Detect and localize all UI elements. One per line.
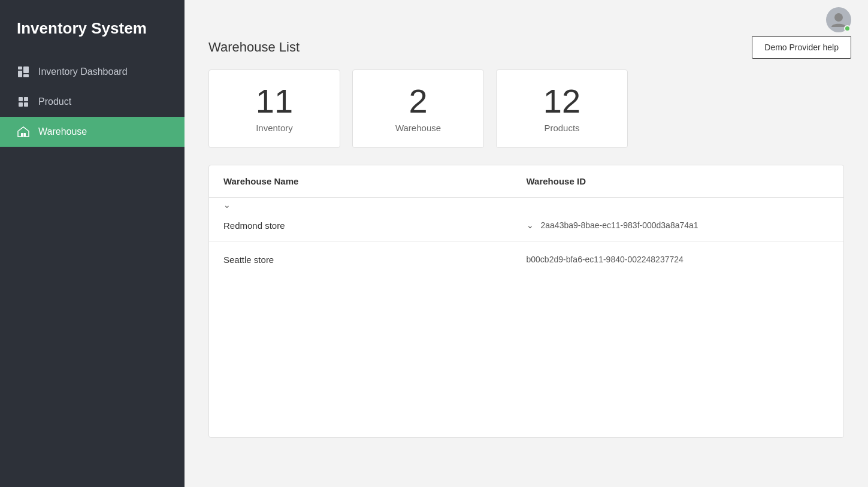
products-count: 12 — [543, 84, 580, 118]
product-icon — [17, 95, 30, 108]
demo-provider-help-button[interactable]: Demo Provider help — [752, 36, 851, 59]
sidebar-item-inventory-dashboard[interactable]: Inventory Dashboard — [0, 57, 185, 87]
sort-arrow-id-icon: ⌄ — [527, 220, 534, 230]
svg-rect-1 — [18, 71, 22, 77]
svg-rect-5 — [24, 97, 28, 101]
products-label: Products — [544, 123, 579, 133]
svg-point-10 — [834, 13, 843, 22]
page-title: Warehouse List — [208, 40, 844, 55]
sidebar-item-product[interactable]: Product — [0, 87, 185, 117]
sidebar-nav: Inventory Dashboard Product — [0, 57, 185, 147]
warehouse-name-2: Seattle store — [223, 255, 527, 265]
table-row-group-1: ⌄ Redmond store ⌄ 2aa43ba9-8bae-ec11-983… — [209, 198, 843, 241]
inventory-count: 11 — [256, 84, 293, 118]
sidebar-item-label-warehouse: Warehouse — [38, 126, 87, 137]
warehouse-id-2: b00cb2d9-bfa6-ec11-9840-002248237724 — [527, 255, 830, 264]
dashboard-icon — [17, 65, 30, 78]
svg-rect-7 — [24, 102, 28, 107]
topbar — [185, 0, 868, 40]
table-body: ⌄ Redmond store ⌄ 2aa43ba9-8bae-ec11-983… — [209, 198, 843, 437]
warehouse-row-2[interactable]: Seattle store b00cb2d9-bfa6-ec11-9840-00… — [209, 241, 843, 277]
warehouse-icon — [17, 125, 30, 138]
col-header-name: Warehouse Name — [223, 176, 527, 186]
avatar[interactable] — [826, 7, 851, 32]
stats-row: 11 Inventory 2 Warehouse 12 Products — [208, 69, 844, 148]
warehouse-name-1: Redmond store — [223, 220, 527, 231]
warehouse-row-1[interactable]: Redmond store ⌄ 2aa43ba9-8bae-ec11-983f-… — [209, 210, 843, 241]
table-header: Warehouse Name Warehouse ID — [209, 165, 843, 198]
stat-card-inventory: 11 Inventory — [208, 69, 340, 148]
svg-rect-0 — [18, 66, 22, 69]
svg-rect-4 — [19, 97, 23, 101]
sort-indicator-name: ⌄ — [209, 198, 843, 210]
main-content: Warehouse List Demo Provider help 11 Inv… — [185, 0, 868, 487]
svg-rect-2 — [23, 66, 29, 73]
svg-rect-6 — [19, 102, 23, 107]
warehouse-count: 2 — [409, 84, 427, 118]
svg-rect-3 — [23, 74, 29, 77]
warehouse-label: Warehouse — [395, 123, 441, 133]
page-content: Warehouse List Demo Provider help 11 Inv… — [185, 40, 868, 462]
sidebar-item-label-dashboard: Inventory Dashboard — [38, 66, 128, 77]
app-title: Inventory System — [0, 0, 185, 57]
sidebar-item-label-product: Product — [38, 96, 71, 107]
warehouse-table: Warehouse Name Warehouse ID ⌄ Redmond st… — [208, 165, 844, 438]
sort-arrow-name-icon: ⌄ — [223, 200, 231, 210]
inventory-label: Inventory — [256, 123, 293, 133]
warehouse-id-1: 2aa43ba9-8bae-ec11-983f-000d3a8a74a1 — [541, 220, 830, 230]
sidebar-item-warehouse[interactable]: Warehouse — [0, 117, 185, 147]
col-header-id: Warehouse ID — [527, 176, 830, 186]
avatar-online-dot — [844, 25, 851, 32]
stat-card-warehouse: 2 Warehouse — [352, 69, 484, 148]
sidebar: Inventory System Inventory Dashboard — [0, 0, 185, 487]
stat-card-products: 12 Products — [496, 69, 628, 148]
